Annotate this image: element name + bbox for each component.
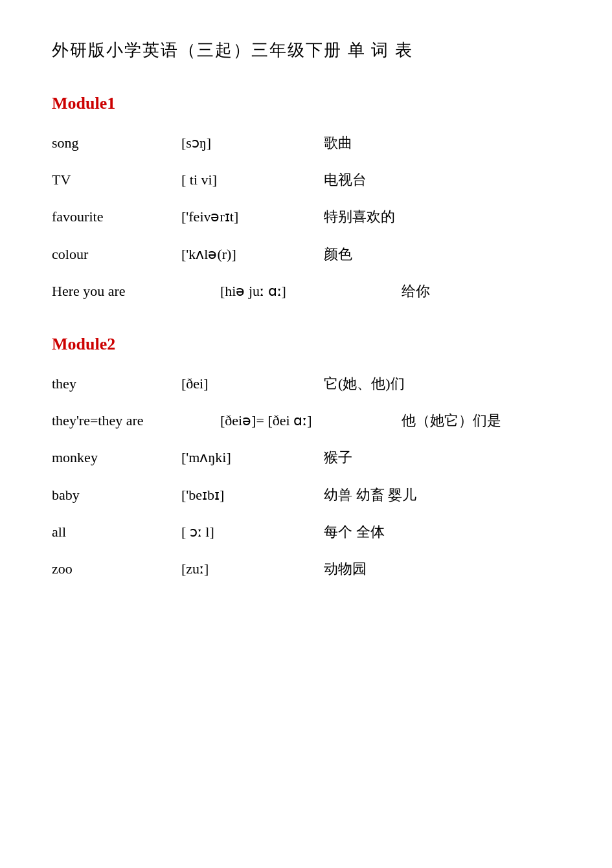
word-english: colour [52, 243, 181, 265]
page-title: 外研版小学英语（三起）三年级下册 单 词 表 [52, 39, 560, 61]
module-title-module1: Module1 [52, 94, 560, 113]
word-english: TV [52, 168, 181, 191]
word-chinese: 给你 [402, 280, 430, 302]
module-title-module2: Module2 [52, 335, 560, 354]
word-phonetic: ['feivərɪt] [181, 205, 324, 228]
word-phonetic: [zuː] [181, 557, 324, 580]
word-english: they're=they are [52, 409, 220, 432]
word-row: Here you are[hiə juː ɑː]给你 [52, 280, 560, 302]
word-row: favourite['feivərɪt]特别喜欢的 [52, 205, 560, 228]
word-phonetic: [hiə juː ɑː] [220, 280, 402, 302]
word-chinese: 歌曲 [324, 131, 352, 154]
word-phonetic: ['beɪbɪ] [181, 484, 324, 506]
word-chinese: 动物园 [324, 557, 367, 580]
word-english: favourite [52, 205, 181, 228]
word-english: monkey [52, 446, 181, 469]
module-section-module1: Module1song[sɔŋ]歌曲TV[ ti vi]电视台favourite… [52, 94, 560, 302]
word-english: song [52, 131, 181, 154]
word-row: monkey['mʌŋki]猴子 [52, 446, 560, 469]
word-row: baby['beɪbɪ]幼兽 幼畜 婴儿 [52, 484, 560, 506]
word-row: song[sɔŋ]歌曲 [52, 131, 560, 154]
word-phonetic: [ ti vi] [181, 168, 324, 191]
word-row: TV[ ti vi]电视台 [52, 168, 560, 191]
word-chinese: 它(她、他)们 [324, 372, 405, 395]
word-phonetic: [ ɔː l] [181, 520, 324, 543]
word-english: zoo [52, 557, 181, 580]
word-chinese: 每个 全体 [324, 520, 385, 543]
word-chinese: 电视台 [324, 168, 367, 191]
word-chinese: 他（她它）们是 [402, 409, 501, 432]
word-phonetic: ['mʌŋki] [181, 446, 324, 469]
word-phonetic: [ðei] [181, 372, 324, 395]
word-chinese: 特别喜欢的 [324, 205, 395, 228]
word-row: zoo[zuː]动物园 [52, 557, 560, 580]
word-row: all[ ɔː l]每个 全体 [52, 520, 560, 543]
word-english: baby [52, 484, 181, 506]
module-section-module2: Module2they[ðei]它(她、他)们they're=they are[… [52, 335, 560, 580]
word-chinese: 颜色 [324, 243, 352, 265]
word-english: Here you are [52, 280, 220, 302]
word-chinese: 幼兽 幼畜 婴儿 [324, 484, 416, 506]
word-row: they[ðei]它(她、他)们 [52, 372, 560, 395]
word-phonetic: ['kʌlə(r)] [181, 243, 324, 265]
word-row: they're=they are[ðeiə]= [ðei ɑː]他（她它）们是 [52, 409, 560, 432]
word-chinese: 猴子 [324, 446, 352, 469]
word-row: colour['kʌlə(r)]颜色 [52, 243, 560, 265]
word-phonetic: [ðeiə]= [ðei ɑː] [220, 409, 402, 432]
word-phonetic: [sɔŋ] [181, 131, 324, 154]
word-english: all [52, 520, 181, 543]
word-english: they [52, 372, 181, 395]
